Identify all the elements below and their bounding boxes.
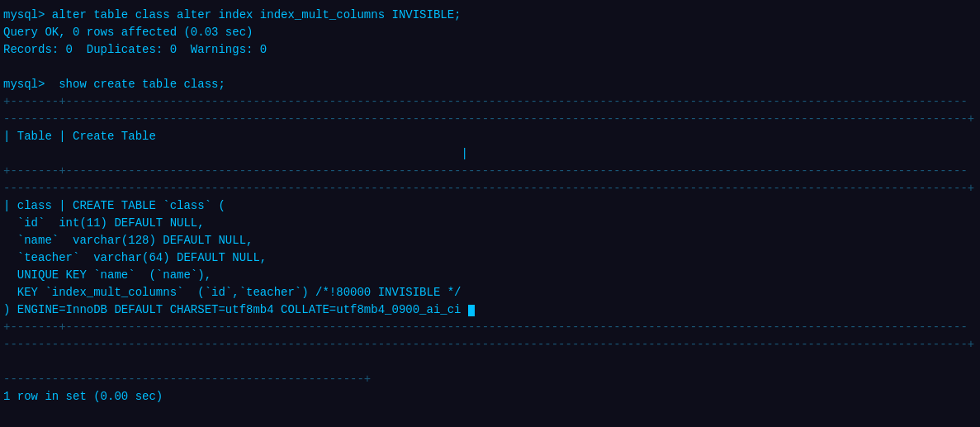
terminal-separator: ----------------------------------------… <box>3 371 977 388</box>
terminal-line: Query OK, 0 rows affected (0.03 sec) <box>3 24 977 41</box>
terminal-window: mysql> alter table class alter index ind… <box>0 0 980 427</box>
terminal-separator: +-------+-------------------------------… <box>3 163 977 180</box>
terminal-line: `name` varchar(128) DEFAULT NULL, <box>3 232 977 249</box>
terminal-separator: ----------------------------------------… <box>3 336 977 353</box>
terminal-line: | <box>3 145 977 163</box>
terminal-line: ) ENGINE=InnoDB DEFAULT CHARSET=utf8mb4 … <box>3 301 977 319</box>
terminal-line: | Table | Create Table <box>3 128 977 145</box>
terminal-line: Records: 0 Duplicates: 0 Warnings: 0 <box>3 41 977 59</box>
terminal-separator: +-------+-------------------------------… <box>3 93 977 111</box>
terminal-line: `id` int(11) DEFAULT NULL, <box>3 215 977 232</box>
terminal-line <box>3 59 977 76</box>
terminal-separator: ----------------------------------------… <box>3 111 977 128</box>
cursor <box>468 305 475 316</box>
terminal-line: mysql> show create table class; <box>3 76 977 93</box>
terminal-line: | class | CREATE TABLE `class` ( <box>3 197 977 215</box>
terminal-line: 1 row in set (0.00 sec) <box>3 388 977 406</box>
terminal-line: UNIQUE KEY `name` (`name`), <box>3 267 977 284</box>
terminal-separator: ----------------------------------------… <box>3 180 977 197</box>
terminal-separator: +-------+-------------------------------… <box>3 319 977 336</box>
terminal-line: `teacher` varchar(64) DEFAULT NULL, <box>3 249 977 267</box>
terminal-line: KEY `index_mult_columns` (`id`,`teacher`… <box>3 284 977 301</box>
terminal-line <box>3 353 977 371</box>
terminal-line: mysql> alter table class alter index ind… <box>3 7 977 24</box>
